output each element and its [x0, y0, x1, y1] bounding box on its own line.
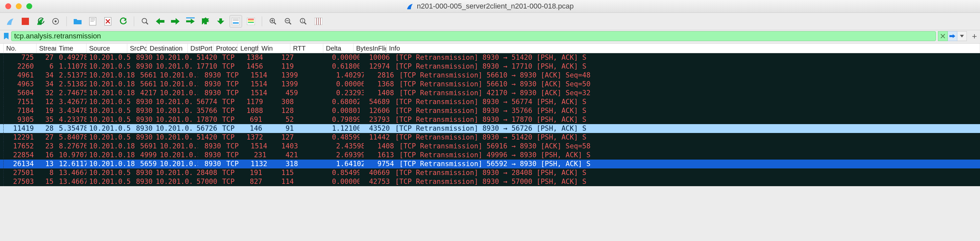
display-filter-input[interactable] [13, 32, 934, 41]
close-file-button[interactable] [102, 15, 114, 28]
cell: TCP [224, 160, 248, 168]
cell: 459 [269, 89, 301, 98]
cell: 19 [37, 106, 56, 115]
clear-filter-button[interactable] [938, 31, 948, 41]
cell: 1088 [244, 106, 265, 115]
col-header-dstport[interactable]: DstPort [188, 44, 213, 53]
zoom-reset-button[interactable]: 1 [297, 15, 309, 28]
go-forward-button[interactable] [169, 15, 181, 28]
col-header-bytesinflight[interactable]: BytesInFlight [353, 44, 387, 53]
table-row[interactable]: 228541610.97076110.201.0.184999610.201.0… [0, 151, 980, 160]
cell: 8930 [198, 71, 224, 80]
table-row[interactable]: 27501813.46678010.201.0.5893010.201.0.18… [0, 168, 980, 177]
save-file-button[interactable] [86, 15, 99, 28]
table-row[interactable]: 7184193.43478910.201.0.5893010.201.0.183… [0, 106, 980, 115]
cell: 8930 [198, 80, 224, 89]
zoom-out-button[interactable] [282, 15, 294, 28]
find-packet-button[interactable] [139, 15, 151, 28]
col-header-dest[interactable]: Destination [147, 44, 188, 53]
cell: 10.201.0.18 [86, 151, 137, 160]
cell: 10.201.0.18 [153, 106, 194, 115]
col-header-no[interactable]: No. [4, 44, 37, 53]
col-header-time[interactable]: Time [56, 44, 86, 53]
cell: 12974 [360, 62, 392, 71]
display-filter-field[interactable] [11, 31, 936, 41]
cell: [TCP Retransmission] 49996 → 8930 [PSH, … [397, 151, 980, 160]
cell: 3.426779 [56, 98, 86, 106]
col-header-srcport[interactable]: SrcPort [127, 44, 147, 53]
cell [296, 168, 329, 177]
cell: 0.618003 [329, 62, 360, 71]
cell: TCP [220, 106, 244, 115]
table-row[interactable]: 226061.11078710.201.0.5893010.201.0.1817… [0, 62, 980, 71]
table-row[interactable]: 11419285.35478810.201.0.5893010.201.0.18… [0, 124, 980, 133]
table-row[interactable]: 5604322.74675710.201.0.184217010.201.0.5… [0, 89, 980, 98]
cell [301, 142, 334, 151]
col-header-delta[interactable]: Delta [323, 44, 353, 53]
cell: 10.201.0.18 [153, 115, 194, 124]
svg-rect-0 [22, 18, 29, 25]
cell: 421 [269, 151, 301, 160]
cell: 11442 [360, 133, 392, 142]
apply-filter-button[interactable] [948, 31, 957, 41]
cell: TCP [220, 168, 244, 177]
cell: 8930 [133, 177, 153, 186]
cell: 0.492784 [56, 53, 86, 62]
cell: 2.435984 [334, 142, 364, 151]
restart-capture-button[interactable] [34, 15, 47, 28]
table-row[interactable]: 17652238.27676410.201.0.185691610.201.0.… [0, 142, 980, 151]
col-header-rtt[interactable]: RTT [290, 44, 323, 53]
cell: 8930 [133, 53, 153, 62]
zoom-window-dot[interactable] [26, 3, 32, 9]
cell: [TCP Retransmission] 8930 → 57000 [PSH, … [392, 177, 980, 186]
table-row[interactable]: 725270.49278410.201.0.5893010.201.0.1851… [0, 53, 980, 62]
table-row[interactable]: 4963342.51382510.201.0.185661010.201.0.5… [0, 80, 980, 89]
go-first-packet-button[interactable] [199, 15, 212, 28]
close-window-dot[interactable] [5, 3, 11, 9]
start-capture-button[interactable] [4, 15, 16, 28]
cell: TCP [220, 115, 244, 124]
cell: 1384 [244, 53, 265, 62]
table-row[interactable]: 12291275.84078010.201.0.5893010.201.0.18… [0, 133, 980, 142]
cell: 0.000066 [334, 80, 364, 89]
go-back-button[interactable] [154, 15, 166, 28]
cell: 2.513825 [56, 80, 86, 89]
cell: 9305 [4, 115, 37, 124]
table-row[interactable]: 7151123.42677910.201.0.5893010.201.0.185… [0, 98, 980, 106]
add-filter-button[interactable]: + [971, 32, 978, 41]
table-row[interactable]: 275031513.46678410.201.0.5893010.201.0.1… [0, 177, 980, 186]
col-header-source[interactable]: Source [86, 44, 127, 53]
go-last-packet-button[interactable] [215, 15, 227, 28]
cell: 12606 [360, 106, 392, 115]
cell [296, 177, 329, 186]
zoom-in-button[interactable] [267, 15, 279, 28]
table-row[interactable]: 261341312.61178810.201.0.185659210.201.0… [0, 160, 980, 168]
cell: 0.008010 [329, 106, 360, 115]
capture-options-button[interactable] [49, 15, 62, 28]
cell [301, 71, 334, 80]
resize-columns-button[interactable] [312, 15, 325, 28]
minimize-window-dot[interactable] [16, 3, 22, 9]
colorize-list-button[interactable] [245, 15, 257, 28]
packet-list[interactable]: 725270.49278410.201.0.5893010.201.0.1851… [0, 53, 980, 186]
col-header-length[interactable]: Length [238, 44, 259, 53]
go-to-packet-button[interactable] [184, 15, 197, 28]
cell: TCP [220, 177, 244, 186]
col-header-info[interactable]: Info [387, 44, 980, 53]
cell: 32 [37, 89, 56, 98]
table-row[interactable]: 9305354.23378710.201.0.5893010.201.0.181… [0, 115, 980, 124]
cell: 56916 [137, 142, 157, 151]
cell: 10.201.0.18 [153, 124, 194, 133]
open-file-button[interactable] [72, 15, 84, 28]
table-row[interactable]: 4961342.51375910.201.0.185661010.201.0.5… [0, 71, 980, 80]
reload-file-button[interactable] [117, 15, 129, 28]
auto-scroll-button[interactable] [229, 15, 242, 28]
filter-bookmark-button[interactable] [3, 32, 9, 40]
col-header-stream[interactable]: Stream [37, 44, 56, 53]
cell: [TCP Retransmission] 8930 → 56774 [PSH, … [392, 98, 980, 106]
col-header-win[interactable]: Win [259, 44, 290, 53]
filter-history-button[interactable] [957, 31, 967, 41]
stop-capture-button[interactable] [19, 15, 32, 28]
cell: 1514 [248, 71, 269, 80]
col-header-protocol[interactable]: Protocol [213, 44, 238, 53]
